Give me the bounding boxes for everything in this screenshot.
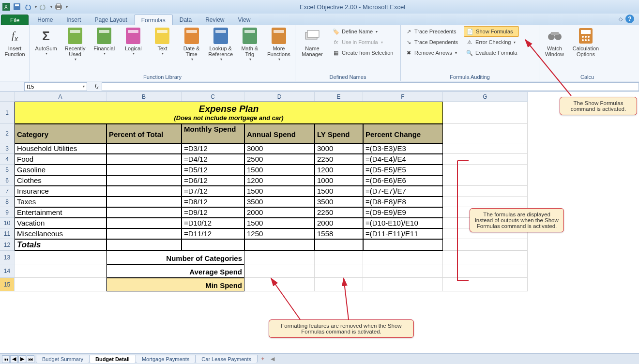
watch-window-button[interactable]: Watch Window: [541, 26, 568, 58]
table-cell[interactable]: =(D6-E6)/E6: [363, 175, 443, 186]
trace-dependents-button[interactable]: ↘Trace Dependents: [403, 37, 460, 47]
math-trig-button[interactable]: Math & Trig▾: [236, 26, 263, 62]
table-cell[interactable]: [106, 228, 182, 239]
column-header[interactable]: E: [315, 92, 363, 102]
evaluate-formula-button[interactable]: 🔍Evaluate Formula: [464, 47, 519, 58]
insert-function-button[interactable]: fx Insert Function: [2, 26, 28, 58]
column-header[interactable]: F: [363, 92, 443, 102]
fx-icon[interactable]: fx: [95, 83, 99, 90]
name-box[interactable]: I15 ▾: [24, 82, 87, 91]
table-header[interactable]: Monthly Spend: [182, 124, 244, 143]
table-cell[interactable]: Taxes: [15, 197, 106, 207]
first-sheet-button[interactable]: ⏮: [2, 355, 10, 363]
table-header[interactable]: Percent of Total: [106, 124, 182, 143]
row-header[interactable]: 12: [0, 239, 15, 251]
define-name-button[interactable]: 🏷️Define Name▾: [330, 26, 395, 37]
row-header[interactable]: 15: [0, 278, 15, 291]
cell[interactable]: [182, 239, 244, 251]
logical-button[interactable]: Logical▾: [120, 26, 147, 57]
table-cell[interactable]: =(D9-E9)/E9: [363, 207, 443, 218]
table-cell[interactable]: =D3/12: [182, 143, 244, 154]
column-header[interactable]: C: [182, 92, 244, 102]
cell[interactable]: [443, 264, 528, 278]
chevron-down-icon[interactable]: ▾: [83, 84, 85, 89]
cell[interactable]: [315, 278, 363, 291]
cell[interactable]: [443, 124, 528, 143]
table-cell[interactable]: =D7/12: [182, 186, 244, 197]
row-header[interactable]: 2: [0, 124, 15, 143]
table-header[interactable]: Category: [15, 124, 106, 143]
cell[interactable]: [15, 264, 106, 278]
table-cell[interactable]: 2000: [244, 207, 315, 218]
table-cell[interactable]: Clothes: [15, 175, 106, 186]
autosum-button[interactable]: ΣAutoSum▾: [32, 26, 60, 57]
row-header[interactable]: 9: [0, 207, 15, 218]
cell[interactable]: [443, 197, 528, 207]
calculation-options-button[interactable]: Calculation Options: [572, 26, 599, 58]
cell-grid[interactable]: Expense Plan(Does not include mortgage a…: [15, 102, 528, 291]
text-button[interactable]: Text▾: [149, 26, 176, 57]
table-cell[interactable]: 1200: [244, 175, 315, 186]
table-cell[interactable]: =D5/12: [182, 165, 244, 175]
cell[interactable]: [443, 186, 528, 197]
table-cell[interactable]: Household Utilities: [15, 143, 106, 154]
cell[interactable]: [315, 264, 363, 278]
row-header[interactable]: 3: [0, 143, 15, 154]
table-cell[interactable]: 1500: [244, 165, 315, 175]
cell[interactable]: [443, 239, 528, 251]
new-sheet-button[interactable]: ✦: [260, 356, 265, 362]
row-header[interactable]: 13: [0, 251, 15, 264]
column-header[interactable]: G: [443, 92, 528, 102]
cell[interactable]: [443, 251, 528, 264]
redo-dropdown-icon[interactable]: ▾: [50, 5, 52, 9]
tab-view[interactable]: View: [231, 15, 258, 25]
save-icon[interactable]: [13, 2, 21, 11]
tab-file[interactable]: File: [1, 15, 29, 25]
table-cell[interactable]: [106, 197, 182, 207]
minimize-ribbon-icon[interactable]: ◇: [619, 16, 623, 22]
cell[interactable]: [443, 154, 528, 165]
undo-icon[interactable]: [23, 2, 32, 11]
more-functions-button[interactable]: More Functions▾: [265, 26, 292, 62]
table-cell[interactable]: =(D11-E11)/E11: [363, 228, 443, 239]
table-header[interactable]: LY Spend: [315, 124, 363, 143]
cell[interactable]: [443, 278, 528, 291]
cell[interactable]: [15, 251, 106, 264]
row-header[interactable]: 8: [0, 197, 15, 207]
use-in-formula-button[interactable]: fxUse in Formula▾: [330, 37, 395, 47]
cell[interactable]: [244, 239, 315, 251]
table-cell[interactable]: Insurance: [15, 186, 106, 197]
cell[interactable]: [443, 175, 528, 186]
table-cell[interactable]: [106, 207, 182, 218]
table-cell[interactable]: =D9/12: [182, 207, 244, 218]
table-cell[interactable]: [106, 218, 182, 228]
cell[interactable]: [363, 278, 443, 291]
table-cell[interactable]: =D4/12: [182, 154, 244, 165]
column-header[interactable]: A: [15, 92, 106, 102]
date-time-button[interactable]: Date & Time▾: [178, 26, 205, 62]
table-cell[interactable]: =D10/12: [182, 218, 244, 228]
next-sheet-button[interactable]: ▶: [18, 355, 26, 363]
cell[interactable]: [443, 165, 528, 175]
row-header[interactable]: 1: [0, 102, 15, 124]
cell[interactable]: [443, 143, 528, 154]
summary-label[interactable]: Number of Categories: [106, 251, 244, 264]
row-header[interactable]: 14: [0, 264, 15, 278]
row-header[interactable]: 10: [0, 218, 15, 228]
tab-insert[interactable]: Insert: [60, 15, 88, 25]
cell[interactable]: [106, 239, 182, 251]
tab-data[interactable]: Data: [173, 15, 198, 25]
sheet-tab[interactable]: Mortgage Payments: [136, 355, 196, 363]
print-icon[interactable]: [54, 2, 63, 11]
table-cell[interactable]: 1000: [315, 175, 363, 186]
table-cell[interactable]: =(D8-E8)/E8: [363, 197, 443, 207]
table-cell[interactable]: 3500: [315, 197, 363, 207]
table-cell[interactable]: 3500: [244, 197, 315, 207]
error-checking-button[interactable]: ⚠Error Checking▾: [464, 37, 519, 47]
table-cell[interactable]: 3000: [315, 143, 363, 154]
table-cell[interactable]: Food: [15, 154, 106, 165]
sheet-tab[interactable]: Car Lease Payments: [195, 355, 258, 363]
table-cell[interactable]: 1250: [244, 228, 315, 239]
cell[interactable]: [244, 251, 315, 264]
title-cell[interactable]: Expense Plan(Does not include mortgage a…: [15, 102, 443, 124]
